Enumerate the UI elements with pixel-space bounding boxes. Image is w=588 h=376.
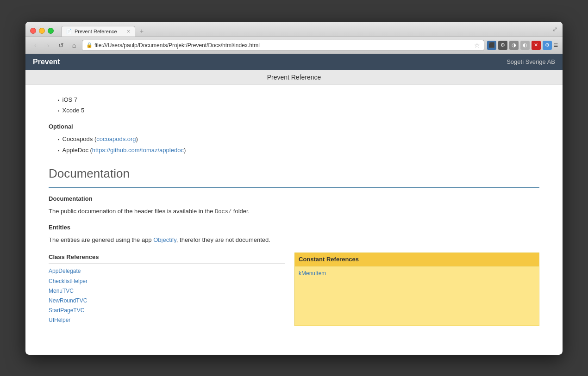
- appledoc-link[interactable]: https://github.com/tomaz/appledoc: [92, 147, 184, 154]
- doc-body: The public documenation of the header fi…: [49, 207, 539, 216]
- ref-link-menutvc[interactable]: MenuTVC: [49, 287, 285, 296]
- doc-divider: [49, 187, 539, 188]
- optional-list: Cocoapods (cocoapods.org) AppleDoc (http…: [58, 135, 539, 155]
- browser-menu-icon[interactable]: ≡: [554, 41, 558, 49]
- active-tab[interactable]: 📄 Prevent Reference ×: [61, 26, 135, 37]
- ref-link-newroundtvc[interactable]: NewRoundTVC: [49, 296, 285, 305]
- page-title: Prevent Reference: [267, 74, 321, 81]
- back-button[interactable]: ‹: [30, 40, 40, 50]
- address-lock-icon: 🔒: [86, 42, 93, 48]
- ref-link-kmenuitem[interactable]: kMenuItem: [299, 269, 535, 278]
- reference-table: Class References AppDelegate ChecklistHe…: [49, 253, 539, 326]
- content-area: iOS 7 Xcode 5 Optional Cocoapods (cocoap…: [25, 85, 563, 340]
- entities-suffix: , therefor they are not documented.: [176, 236, 270, 243]
- list-item-cocoapods: Cocoapods (cocoapods.org): [58, 135, 539, 144]
- list-item: Xcode 5: [58, 106, 539, 116]
- minimize-button[interactable]: [39, 28, 45, 34]
- objectify-link[interactable]: Objectify: [153, 236, 176, 243]
- entities-label: Entities: [49, 223, 539, 233]
- doc-body-suffix: folder.: [231, 208, 250, 215]
- traffic-lights: [30, 28, 54, 34]
- constant-references-col: Constant References kMenuItem: [294, 253, 539, 326]
- tab-bar: 📄 Prevent Reference × +: [61, 25, 558, 37]
- app-header: Prevent Sogeti Sverige AB: [25, 54, 563, 70]
- constant-ref-header: Constant References: [295, 253, 539, 267]
- cocoapods-text: Cocoapods (cocoapods.org): [63, 135, 138, 144]
- appledoc-text: AppleDoc (https://github.com/tomaz/apple…: [63, 146, 186, 155]
- ext-icon-6[interactable]: ⚙: [543, 41, 552, 50]
- doc-body-prefix: The public documenation of the header fi…: [49, 208, 215, 215]
- app-brand: Prevent: [33, 58, 60, 66]
- address-text: file:///Users/paulp/Documents/Projekt/Pr…: [94, 42, 472, 49]
- ref-link-appdelegate[interactable]: AppDelegate: [49, 267, 285, 276]
- title-bar: 📄 Prevent Reference × + ⤢: [25, 22, 563, 37]
- extensions-bar: ⬛ ⚙ ◑ ◐ ✕ ⚙ ≡: [487, 41, 558, 50]
- ref-link-startpagetvc[interactable]: StartPageTVC: [49, 306, 285, 315]
- docs-folder-code: Docs/: [215, 209, 231, 215]
- maximize-button[interactable]: [48, 28, 54, 34]
- page-title-bar: Prevent Reference: [25, 70, 563, 85]
- cocoapods-link[interactable]: cocoapods.org: [96, 136, 136, 142]
- tab-title: Prevent Reference: [75, 29, 117, 34]
- prereq-xcode: Xcode 5: [63, 106, 85, 116]
- ext-icon-2[interactable]: ⚙: [498, 41, 507, 50]
- close-button[interactable]: [30, 28, 36, 34]
- ref-link-uihelper[interactable]: UIHelper: [49, 316, 285, 325]
- ref-link-checklisthelper[interactable]: ChecklistHelper: [49, 277, 285, 286]
- prereqs-list: iOS 7 Xcode 5: [58, 95, 539, 116]
- ext-icon-1[interactable]: ⬛: [487, 41, 496, 50]
- nav-bar: ‹ › ↺ ⌂ 🔒 file:///Users/paulp/Documents/…: [25, 37, 563, 54]
- forward-button[interactable]: ›: [43, 40, 53, 50]
- list-item: iOS 7: [58, 95, 539, 105]
- resize-icon: ⤢: [552, 25, 558, 33]
- documentation-heading: Documentation: [49, 164, 539, 184]
- app-company: Sogeti Sverige AB: [507, 58, 555, 65]
- list-item-appledoc: AppleDoc (https://github.com/tomaz/apple…: [58, 146, 539, 155]
- entities-prefix: The entities are genered using the app: [49, 236, 153, 243]
- address-bar[interactable]: 🔒 file:///Users/paulp/Documents/Projekt/…: [82, 40, 484, 51]
- new-tab-button[interactable]: +: [135, 25, 148, 37]
- class-references-col: Class References AppDelegate ChecklistHe…: [49, 253, 285, 326]
- reload-button[interactable]: ↺: [56, 40, 66, 50]
- bookmark-star-icon[interactable]: ☆: [474, 42, 480, 49]
- prereq-ios: iOS 7: [63, 95, 78, 105]
- class-ref-header: Class References: [49, 253, 285, 265]
- tab-close-icon[interactable]: ×: [127, 28, 130, 35]
- ext-icon-3[interactable]: ◑: [509, 41, 519, 50]
- ext-icon-5[interactable]: ✕: [532, 41, 541, 50]
- ext-icon-4[interactable]: ◐: [520, 41, 530, 50]
- doc-section-label: Documentation: [49, 194, 539, 204]
- optional-label: Optional: [49, 122, 539, 132]
- home-button[interactable]: ⌂: [69, 40, 79, 50]
- entities-body: The entities are genered using the app O…: [49, 235, 539, 245]
- tab-favicon-icon: 📄: [66, 29, 72, 34]
